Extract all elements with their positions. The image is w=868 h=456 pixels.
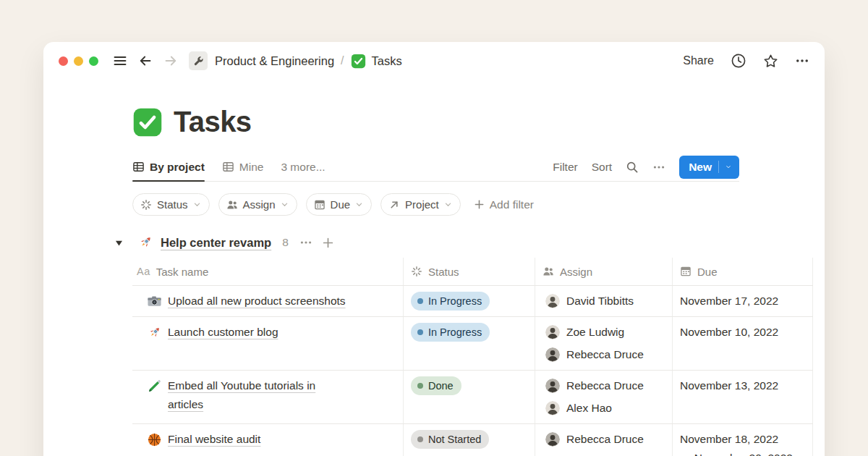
avatar [545, 401, 560, 415]
calendar-icon [314, 199, 326, 211]
chip-label: Project [405, 198, 439, 211]
status-badge[interactable]: Not Started [411, 430, 489, 449]
workspace-breadcrumb-chip[interactable] [189, 51, 208, 70]
assignee: David Tibbitts [545, 292, 666, 311]
status-dot-icon [417, 329, 423, 335]
favorite-star-icon[interactable] [763, 54, 778, 69]
due-cell[interactable]: November 10, 2022 [673, 317, 813, 370]
task-page-link[interactable]: Final website audit [168, 433, 260, 445]
group-collapse-toggle-icon[interactable] [114, 238, 124, 248]
new-button[interactable]: New [679, 156, 739, 179]
view-more-icon[interactable] [652, 161, 665, 174]
task-page-link[interactable]: Upload all new product screenshots [168, 295, 346, 307]
sort-button[interactable]: Sort [592, 161, 612, 174]
group-more-icon[interactable] [299, 236, 312, 249]
status-icon [140, 199, 152, 211]
new-dropdown-chevron-icon[interactable] [726, 162, 735, 172]
status-dot-icon [417, 298, 423, 304]
chip-label: Assign [243, 198, 276, 211]
view-bar: By projectMine3 more... Filter Sort New [132, 153, 739, 182]
more-options-icon[interactable] [795, 54, 809, 68]
status-badge[interactable]: Done [411, 376, 461, 395]
assign-cell[interactable]: Zoe LudwigRebecca Druce [535, 317, 673, 370]
assignee: Rebecca Druce [545, 345, 666, 364]
forward-icon[interactable] [163, 54, 178, 68]
status-dot-icon [417, 436, 423, 442]
status-badge[interactable]: In Progress [411, 323, 490, 342]
page-check-icon[interactable] [132, 107, 163, 138]
basketball-icon [147, 432, 162, 447]
page-title: Tasks [174, 106, 251, 138]
status-label: Not Started [428, 434, 481, 445]
status-label: In Progress [428, 326, 482, 338]
task-page-link[interactable]: Embed all Youtube tutorials in [168, 379, 315, 392]
app-window: Product & Engineering / Tasks Share Task… [43, 42, 825, 456]
search-icon[interactable] [626, 161, 639, 174]
history-clock-icon[interactable] [731, 53, 746, 69]
tab-label: By project [150, 161, 205, 174]
filter-button[interactable]: Filter [553, 161, 577, 174]
due-date: November 17, 2022 [680, 292, 807, 311]
page-title-row: Tasks [132, 106, 825, 138]
breadcrumb-page-label: Tasks [372, 54, 402, 68]
traffic-lights [59, 56, 98, 66]
task-cell[interactable]: Final website audit [132, 424, 404, 456]
due-date: → November 20, 2022 [680, 449, 807, 456]
status-cell[interactable]: In Progress [404, 286, 535, 316]
assign-cell[interactable]: David Tibbitts [535, 286, 673, 316]
status-badge[interactable]: In Progress [411, 292, 490, 311]
tab-3-more[interactable]: 3 more... [281, 153, 325, 181]
filter-chip-assign[interactable]: Assign [218, 193, 297, 216]
close-window-button[interactable] [59, 56, 68, 66]
task-page-link[interactable]: articles [168, 398, 203, 410]
sidebar-menu-icon[interactable] [113, 54, 127, 68]
assign-cell[interactable]: Rebecca Druce [535, 424, 673, 456]
tasks-check-icon [351, 54, 366, 69]
tab-by-project[interactable]: By project [132, 153, 205, 181]
assign-cell[interactable]: Rebecca DruceAlex Hao [535, 371, 673, 423]
task-cell[interactable]: Embed all Youtube tutorials inarticles [132, 371, 404, 423]
task-page-link[interactable]: Launch customer blog [168, 326, 278, 338]
task-cell[interactable]: Upload all new product screenshots [132, 286, 404, 316]
due-cell[interactable]: November 13, 2022 [673, 371, 813, 423]
back-icon[interactable] [138, 54, 153, 68]
status-cell[interactable]: Not Started [404, 424, 535, 456]
page-content: Tasks By projectMine3 more... Filter Sor… [43, 106, 825, 456]
status-cell[interactable]: Done [404, 371, 535, 423]
filter-chip-project[interactable]: Project [380, 193, 461, 216]
assignee-name: Rebecca Druce [566, 348, 644, 361]
filter-chip-status[interactable]: Status [132, 193, 210, 216]
view-controls: Filter Sort New [553, 156, 739, 179]
avatar [545, 294, 560, 308]
column-header-assign[interactable]: Assign [535, 258, 673, 285]
status-cell[interactable]: In Progress [404, 317, 535, 370]
assignee: Rebecca Druce [545, 430, 666, 449]
filter-chip-due[interactable]: Due [306, 193, 373, 216]
rocket-icon [147, 325, 162, 340]
camera-icon [147, 294, 162, 309]
status-label: In Progress [428, 295, 482, 307]
column-header-due[interactable]: Due [673, 258, 813, 285]
task-cell[interactable]: Launch customer blog [132, 317, 404, 370]
add-filter-button[interactable]: Add filter [474, 198, 534, 211]
column-header-status[interactable]: Status [404, 258, 535, 285]
assignee: Alex Hao [545, 399, 666, 418]
share-button[interactable]: Share [683, 54, 714, 67]
tab-label: Mine [239, 161, 264, 174]
breadcrumb-separator: / [341, 54, 344, 67]
table-view-icon [222, 161, 234, 173]
new-button-label: New [689, 161, 712, 174]
breadcrumb-workspace[interactable]: Product & Engineering [215, 54, 334, 68]
group-title[interactable]: Help center revamp [161, 236, 271, 250]
due-cell[interactable]: November 17, 2022 [673, 286, 813, 316]
group-add-icon[interactable] [322, 237, 334, 249]
due-cell[interactable]: November 18, 2022→ November 20, 2022 [673, 424, 813, 456]
tab-mine[interactable]: Mine [222, 153, 264, 181]
avatar [545, 325, 560, 339]
breadcrumb-page[interactable]: Tasks [351, 54, 402, 69]
assignee: Rebecca Druce [545, 376, 666, 395]
zoom-window-button[interactable] [89, 56, 98, 66]
column-header-task-name[interactable]: AaTask name [132, 258, 404, 285]
group-header: Help center revamp 8 [114, 235, 825, 250]
minimize-window-button[interactable] [74, 56, 83, 66]
